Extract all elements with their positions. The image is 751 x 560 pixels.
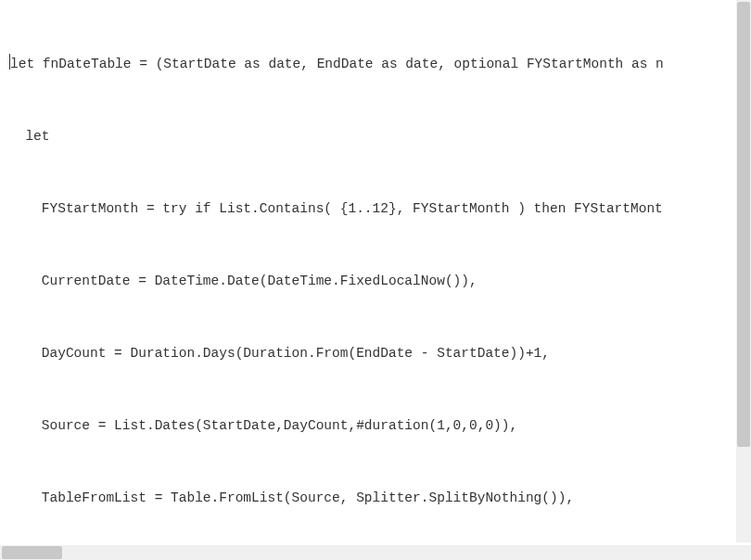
horizontal-scrollbar[interactable] — [0, 545, 736, 560]
code-text: let fnDateTable = (StartDate as date, En… — [10, 57, 664, 71]
horizontal-scrollbar-thumb[interactable] — [2, 546, 62, 559]
code-editor[interactable]: let fnDateTable = (StartDate as date, En… — [0, 0, 751, 542]
code-text: TableFromList = Table.FromList(Source, S… — [9, 490, 574, 505]
scrollbar-corner — [736, 545, 751, 560]
code-line[interactable]: TableFromList = Table.FromList(Source, S… — [9, 486, 751, 510]
code-line[interactable]: FYStartMonth = try if List.Contains( {1.… — [9, 197, 751, 221]
code-line[interactable]: DayCount = Duration.Days(Duration.From(E… — [9, 341, 751, 365]
code-text: DayCount = Duration.Days(Duration.From(E… — [9, 346, 550, 361]
code-text: let — [9, 129, 50, 144]
code-text: Source = List.Dates(StartDate,DayCount,#… — [9, 418, 517, 433]
code-text: CurrentDate = DateTime.Date(DateTime.Fix… — [9, 274, 477, 288]
code-line[interactable]: CurrentDate = DateTime.Date(DateTime.Fix… — [9, 269, 751, 293]
code-line[interactable]: let — [9, 124, 751, 148]
vertical-scrollbar[interactable] — [736, 0, 751, 542]
code-line[interactable]: let fnDateTable = (StartDate as date, En… — [9, 52, 751, 76]
vertical-scrollbar-thumb[interactable] — [737, 2, 750, 447]
code-text: FYStartMonth = try if List.Contains( {1.… — [9, 201, 663, 216]
code-line[interactable]: Source = List.Dates(StartDate,DayCount,#… — [9, 414, 751, 438]
